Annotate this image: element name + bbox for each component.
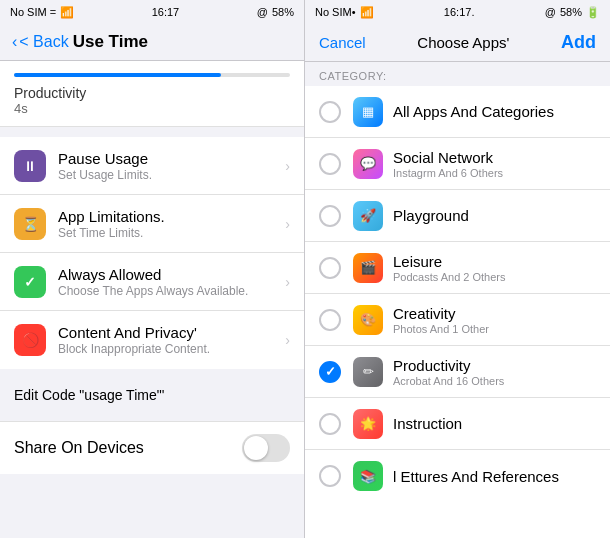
wifi-icon-right: 📶: [360, 6, 374, 19]
radio-social[interactable]: [319, 153, 341, 175]
separator-2: [0, 369, 304, 379]
progress-value: 4s: [14, 101, 290, 116]
playground-name: Playground: [393, 207, 596, 224]
add-button[interactable]: Add: [561, 32, 596, 53]
creativity-icon: 🎨: [353, 305, 383, 335]
always-allowed-item[interactable]: ✓ Always Allowed Choose The Apps Always …: [0, 253, 304, 311]
always-allowed-icon: ✓: [14, 266, 46, 298]
category-item-creativity[interactable]: 🎨 Creativity Photos And 1 Other: [305, 294, 610, 346]
radio-lettures[interactable]: [319, 465, 341, 487]
carrier-info-right: No SIM• 📶: [315, 6, 374, 19]
checkmark-selected-icon: ✓: [325, 364, 336, 379]
creativity-sub: Photos And 1 Other: [393, 323, 596, 335]
carrier-right: No SIM•: [315, 6, 356, 18]
productivity-name: Productivity: [393, 357, 596, 374]
all-apps-icon: ▦: [353, 97, 383, 127]
rocket-icon: 🚀: [360, 208, 376, 223]
radio-productivity[interactable]: ✓: [319, 361, 341, 383]
leisure-sub: Podcasts And 2 Others: [393, 271, 596, 283]
app-limitations-text: App Limitations. Set Time Limits.: [58, 208, 285, 240]
category-item-lettures[interactable]: 📚 l Ettures And References: [305, 450, 610, 502]
category-item-productivity[interactable]: ✓ ✏ Productivity Acrobat And 16 Others: [305, 346, 610, 398]
radio-instruction[interactable]: [319, 413, 341, 435]
battery-icon-right: 🔋: [586, 6, 600, 19]
lettures-icon: 📚: [353, 461, 383, 491]
always-allowed-title: Always Allowed: [58, 266, 285, 283]
separator-1: [0, 127, 304, 137]
social-icon: 💬: [353, 149, 383, 179]
app-limitations-subtitle: Set Time Limits.: [58, 226, 285, 240]
share-label: Share On Devices: [14, 439, 144, 457]
book-icon: 📚: [360, 469, 376, 484]
separator-3: [0, 411, 304, 421]
all-apps-text: All Apps And Categories: [393, 103, 596, 120]
pause-usage-icon: ⏸: [14, 150, 46, 182]
radio-creativity[interactable]: [319, 309, 341, 331]
edit-code-label[interactable]: Edit Code "usage Time"': [14, 387, 290, 403]
back-label: < Back: [19, 33, 68, 51]
nav-bar-left: ‹ < Back Use Time: [0, 24, 304, 61]
always-allowed-text: Always Allowed Choose The Apps Always Av…: [58, 266, 285, 298]
nav-bar-right: Cancel Choose Apps' Add: [305, 24, 610, 62]
leisure-name: Leisure: [393, 253, 596, 270]
content-privacy-item[interactable]: 🚫 Content And Privacy' Block Inappropria…: [0, 311, 304, 369]
right-panel: No SIM• 📶 16:17. @ 58% 🔋 Cancel Choose A…: [305, 0, 610, 538]
social-text: Social Network Instagrm And 6 Others: [393, 149, 596, 179]
content-privacy-title: Content And Privacy': [58, 324, 285, 341]
menu-list: ⏸ Pause Usage Set Usage Limits. › ⏳ App …: [0, 137, 304, 369]
playground-icon: 🚀: [353, 201, 383, 231]
toggle-knob: [244, 436, 268, 460]
app-limitations-item[interactable]: ⏳ App Limitations. Set Time Limits. ›: [0, 195, 304, 253]
film-icon: 🎬: [360, 260, 376, 275]
time-right: 16:17.: [444, 6, 475, 18]
content-privacy-text: Content And Privacy' Block Inappropriate…: [58, 324, 285, 356]
chevron-right-icon-2: ›: [285, 216, 290, 232]
chevron-right-icon-4: ›: [285, 332, 290, 348]
time-left: 16:17: [152, 6, 180, 18]
category-item-all[interactable]: ▦ All Apps And Categories: [305, 86, 610, 138]
cancel-button[interactable]: Cancel: [319, 34, 366, 51]
category-item-social[interactable]: 💬 Social Network Instagrm And 6 Others: [305, 138, 610, 190]
instruction-name: Instruction: [393, 415, 596, 432]
content-privacy-subtitle: Block Inappropriate Content.: [58, 342, 285, 356]
pause-usage-item[interactable]: ⏸ Pause Usage Set Usage Limits. ›: [0, 137, 304, 195]
content-privacy-icon: 🚫: [14, 324, 46, 356]
productivity-icon: ✏: [353, 357, 383, 387]
radio-leisure[interactable]: [319, 257, 341, 279]
share-section: Share On Devices: [0, 421, 304, 474]
charging-icon-left: @: [257, 6, 268, 18]
block-icon: 🚫: [22, 332, 39, 348]
carrier-left: No SIM =: [10, 6, 56, 18]
social-sub: Instagrm And 6 Others: [393, 167, 596, 179]
progress-section: Productivity 4s: [0, 61, 304, 127]
category-item-playground[interactable]: 🚀 Playground: [305, 190, 610, 242]
progress-category: Productivity: [14, 85, 290, 101]
productivity-sub: Acrobat And 16 Others: [393, 375, 596, 387]
creativity-name: Creativity: [393, 305, 596, 322]
battery-right: 58%: [560, 6, 582, 18]
battery-info-right: @ 58% 🔋: [545, 6, 600, 19]
share-toggle[interactable]: [242, 434, 290, 462]
lettures-name: l Ettures And References: [393, 468, 596, 485]
chevron-left-icon: ‹: [12, 33, 17, 51]
category-item-leisure[interactable]: 🎬 Leisure Podcasts And 2 Others: [305, 242, 610, 294]
battery-info-left: @ 58%: [257, 6, 294, 18]
chevron-right-icon-3: ›: [285, 274, 290, 290]
playground-text: Playground: [393, 207, 596, 224]
category-item-instruction[interactable]: 🌟 Instruction: [305, 398, 610, 450]
leisure-text: Leisure Podcasts And 2 Others: [393, 253, 596, 283]
chat-icon: 💬: [360, 156, 376, 171]
all-apps-name: All Apps And Categories: [393, 103, 596, 120]
status-bar-right: No SIM• 📶 16:17. @ 58% 🔋: [305, 0, 610, 24]
pause-usage-subtitle: Set Usage Limits.: [58, 168, 285, 182]
radio-playground[interactable]: [319, 205, 341, 227]
pause-icon: ⏸: [23, 158, 37, 174]
progress-fill: [14, 73, 221, 77]
carrier-info: No SIM = 📶: [10, 6, 74, 19]
productivity-text: Productivity Acrobat And 16 Others: [393, 357, 596, 387]
pause-usage-text: Pause Usage Set Usage Limits.: [58, 150, 285, 182]
radio-all[interactable]: [319, 101, 341, 123]
app-limitations-title: App Limitations.: [58, 208, 285, 225]
back-button[interactable]: ‹ < Back: [12, 33, 69, 51]
always-allowed-subtitle: Choose The Apps Always Available.: [58, 284, 285, 298]
